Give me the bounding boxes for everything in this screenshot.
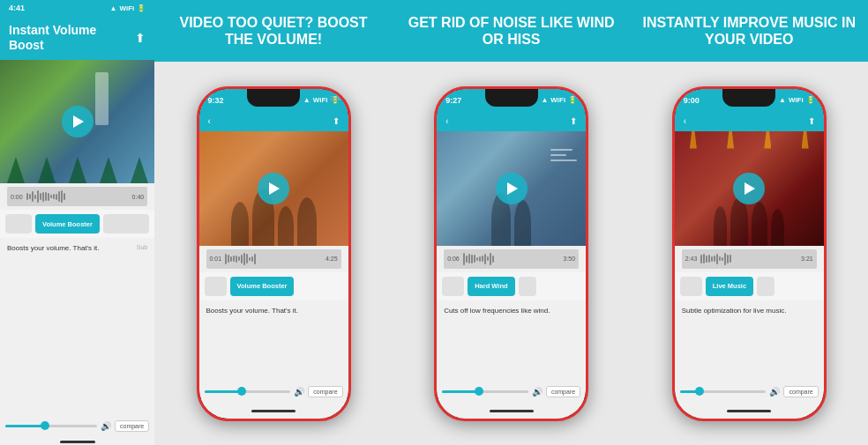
slider-track-0[interactable] [5,425,97,427]
play-triangle-0 [73,115,84,128]
play-button-3[interactable] [733,173,765,204]
slider-track-3[interactable] [680,390,767,393]
slider-track-2[interactable] [442,390,528,393]
slider-fill-2 [442,390,476,393]
panel-fourth: INSTANTLY IMPROVE MUSIC IN YOUR VIDEO 9:… [630,0,868,445]
compare-bar-3: 🔊 compare [675,380,824,404]
phone-1: 9:32 ▲WiFi🔋 ‹ ⬆ [197,86,351,421]
time-1: 9:32 [208,96,224,105]
filter-prev-1[interactable] [205,277,227,296]
share-icon-0[interactable]: ⬆ [135,31,146,45]
wind-deco-2 [550,149,577,161]
wf-end-2: 3:50 [564,256,576,262]
home-indicator-2 [437,404,586,419]
compare-bar-1: 🔊 compare [199,380,348,404]
volume-icon-1: 🔊 [294,387,304,397]
wf-end-1: 4:25 [326,256,338,262]
filter-prev-2[interactable] [442,277,464,296]
filter-letter-2 [519,277,536,296]
waveform-2: 0:06 3:50 [444,249,579,269]
description-1: Boosts your volume. That's it. Sub [199,300,348,332]
nav-3: ‹ ⬆ [675,112,824,131]
video-area-2 [437,131,586,246]
panel-first: 4:41 ▲ WiFi 🔋 Instant Volume Boost ⬆ [0,0,154,445]
phone-2: 9:27 ▲WiFi🔋 ‹ ⬆ [434,86,588,421]
volume-icon-0: 🔊 [101,421,111,431]
compare-bar-2: 🔊 compare [437,380,586,404]
stage-lights-deco [675,131,824,149]
nav-1: ‹ ⬆ [199,112,348,131]
slider-thumb-2 [475,387,483,396]
play-button-0[interactable] [62,106,94,137]
slider-thumb-0 [41,421,49,430]
home-bar-3 [727,410,771,412]
play-triangle-2 [507,182,518,195]
description-2: Cuts off low frequencies like wind. [437,300,586,332]
filter-volume-booster-0[interactable]: Volume Booster [35,214,100,234]
panel-body-2: 9:27 ▲WiFi🔋 ‹ ⬆ [393,62,631,445]
video-bg-3 [675,131,824,246]
slider-track-1[interactable] [205,390,291,393]
filter-active-2[interactable]: Hard Wind [468,277,514,296]
slider-fill-1 [205,390,239,393]
panel-body-3: 9:00 ▲WiFi🔋 ‹ ⬆ [630,62,868,445]
waveform-1: 0:01 4:25 [206,249,341,269]
waveform-visual-2 [463,253,560,265]
filter-letter-3 [757,277,774,296]
filter-prev-0[interactable] [5,214,32,234]
home-bar-2 [490,410,534,412]
panel-third: GET RID OF NOISE LIKE WIND OR HISS 9:27 … [393,0,631,445]
screen-1: 9:32 ▲WiFi🔋 ‹ ⬆ [199,89,348,419]
waveform-end-0: 0:40 [132,194,145,200]
play-button-1[interactable] [258,173,289,204]
description-0: Boosts your volume. That's it. Sub [0,238,154,270]
video-area-1 [199,131,348,246]
notch-1 [247,89,300,107]
waveform-visual-3 [700,253,797,265]
slider-thumb-1 [237,387,246,396]
panel-header-1: VIDEO TOO QUIET? BOOST THE VOLUME! [154,0,393,62]
compare-button-1[interactable]: compare [308,386,342,397]
slider-thumb-3 [695,387,704,396]
screen-2: 9:27 ▲WiFi🔋 ‹ ⬆ [437,89,586,419]
status-icons-3: ▲WiFi🔋 [779,96,815,104]
description-3: Subtle optimization for live music. [675,300,824,332]
wf-start-2: 0:06 [447,256,460,262]
volume-icon-3: 🔊 [769,387,780,397]
video-area-0 [0,60,154,183]
notch-3 [722,89,775,107]
status-bar-0: 4:41 ▲ WiFi 🔋 [0,0,154,16]
video-bg-2 [437,131,586,246]
home-indicator-1 [199,404,348,419]
play-button-2[interactable] [496,173,528,204]
filter-buttons-3: Live Music [675,272,824,300]
filter-active-1[interactable]: Volume Booster [230,277,295,296]
sub-label-1: Sub [330,94,340,103]
bottom-bar-0 [0,438,154,445]
filter-buttons-1: Volume Booster [199,272,348,300]
time-2: 9:27 [445,96,461,105]
compare-button-0[interactable]: compare [115,420,149,432]
play-triangle-1 [269,182,280,195]
volume-icon-2: 🔊 [532,387,542,397]
time-0: 4:41 [9,4,25,12]
filter-next-0 [103,214,149,234]
notch-2 [485,89,538,107]
waveform-3: 2:43 3:21 [682,249,817,269]
waveform-0: 0:00 0:40 [7,187,147,206]
screen-3: 9:00 ▲WiFi🔋 ‹ ⬆ [675,89,824,419]
waveform-visual-0 [26,190,129,203]
compare-button-2[interactable]: compare [546,386,580,397]
filter-active-3[interactable]: Live Music [706,277,753,296]
filter-prev-3[interactable] [680,277,702,296]
app-title: Instant Volume Boost [9,23,128,53]
trees-deco [0,157,154,183]
filter-buttons-2: Hard Wind [437,272,586,300]
compare-bar-0: 🔊 compare [0,413,154,438]
wf-start-3: 2:43 [685,256,698,262]
home-bar-0 [60,441,95,443]
sub-label-0: Sub [137,243,147,252]
waveform-visual-1 [225,253,322,265]
filter-buttons-0: Volume Booster [0,210,154,238]
compare-button-3[interactable]: compare [783,386,818,397]
